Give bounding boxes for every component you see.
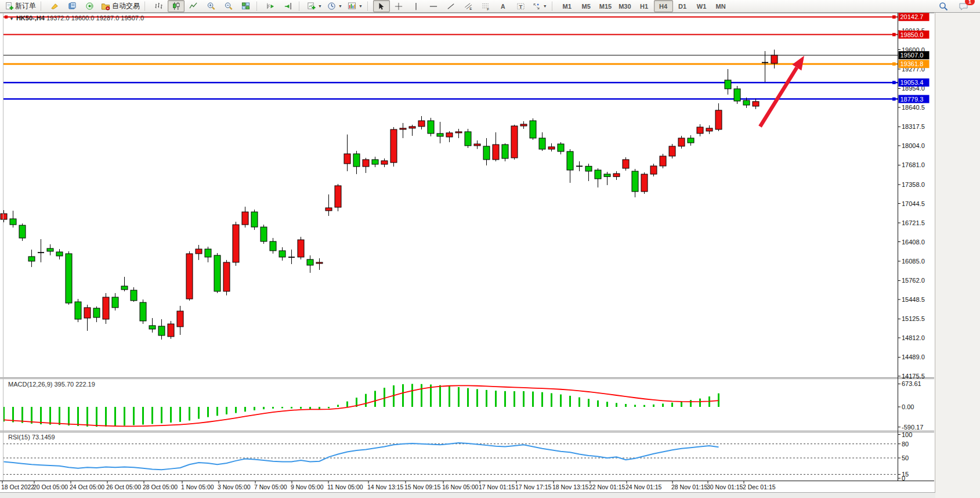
svg-text:0: 0 <box>902 475 905 482</box>
svg-text:15125.5: 15125.5 <box>902 315 925 322</box>
mt4-window: 新订单 自动交易 ▼ ▼ ▼ E F A T ▼ M <box>0 0 980 498</box>
svg-text:0.00: 0.00 <box>902 403 914 410</box>
svg-text:-590.17: -590.17 <box>902 424 923 431</box>
svg-text:3 Nov 05:00: 3 Nov 05:00 <box>218 483 251 490</box>
svg-text:50: 50 <box>902 454 909 461</box>
svg-text:17 Nov 17:15: 17 Nov 17:15 <box>515 483 552 490</box>
svg-text:20 Oct 05:00: 20 Oct 05:00 <box>33 483 68 490</box>
svg-text:14812.0: 14812.0 <box>902 334 925 341</box>
svg-text:15 Nov 09:15: 15 Nov 09:15 <box>404 483 441 490</box>
svg-text:7 Nov 05:00: 7 Nov 05:00 <box>254 483 287 490</box>
svg-text:18004.0: 18004.0 <box>902 142 925 149</box>
svg-text:24 Oct 05:00: 24 Oct 05:00 <box>70 483 104 490</box>
svg-text:16721.5: 16721.5 <box>902 219 925 226</box>
line-handle[interactable] <box>892 98 896 101</box>
price-badge-19361.8: 19361.8 <box>899 60 930 68</box>
line-handle[interactable] <box>892 62 896 66</box>
svg-text:1 Nov 05:00: 1 Nov 05:00 <box>181 483 214 490</box>
line-handle[interactable] <box>892 15 896 19</box>
svg-text:18 Nov 13:15: 18 Nov 13:15 <box>552 483 589 490</box>
svg-text:19850.0: 19850.0 <box>901 31 924 38</box>
svg-text:11 Nov 05:00: 11 Nov 05:00 <box>327 483 363 490</box>
svg-text:19507.0: 19507.0 <box>901 52 924 59</box>
svg-text:9 Nov 05:00: 9 Nov 05:00 <box>291 483 324 490</box>
chart-background <box>0 13 980 498</box>
svg-text:16408.0: 16408.0 <box>902 239 925 246</box>
line-handle[interactable] <box>5 16 8 19</box>
svg-text:18 Oct 2022: 18 Oct 2022 <box>1 483 34 490</box>
svg-text:20142.7: 20142.7 <box>901 13 924 20</box>
svg-text:18317.5: 18317.5 <box>902 123 925 130</box>
price-badge-19850.0: 19850.0 <box>899 31 930 39</box>
svg-text:19053.4: 19053.4 <box>901 79 924 86</box>
svg-text:673.61: 673.61 <box>902 380 921 387</box>
svg-text:22 Nov 01:15: 22 Nov 01:15 <box>589 483 625 490</box>
svg-text:17044.5: 17044.5 <box>902 200 925 207</box>
svg-text:80: 80 <box>902 441 909 448</box>
price-badge-18779.3: 18779.3 <box>899 95 930 103</box>
svg-text:17 Nov 01:15: 17 Nov 01:15 <box>479 483 515 490</box>
price-badge-19053.4: 19053.4 <box>899 78 930 86</box>
svg-text:16 Nov 05:00: 16 Nov 05:00 <box>442 483 479 490</box>
svg-text:24 Nov 01:15: 24 Nov 01:15 <box>625 483 662 490</box>
price-badge-19507.0: 19507.0 <box>899 51 930 59</box>
svg-text:28 Oct 05:00: 28 Oct 05:00 <box>143 483 178 490</box>
svg-text:17681.0: 17681.0 <box>902 161 925 168</box>
line-handle[interactable] <box>892 33 896 37</box>
svg-text:14 Nov 13:15: 14 Nov 13:15 <box>367 483 404 490</box>
price-badge-20142.7: 20142.7 <box>899 13 930 21</box>
svg-text:19361.8: 19361.8 <box>901 60 924 67</box>
svg-text:26 Oct 05:00: 26 Oct 05:00 <box>106 483 141 490</box>
svg-text:18640.5: 18640.5 <box>902 104 925 111</box>
svg-text:15762.0: 15762.0 <box>902 277 925 284</box>
svg-text:18779.3: 18779.3 <box>901 96 924 103</box>
line-handle[interactable] <box>892 81 896 84</box>
svg-text:28 Nov 01:15: 28 Nov 01:15 <box>671 483 708 490</box>
svg-text:100: 100 <box>902 431 912 438</box>
svg-text:15448.5: 15448.5 <box>902 296 925 303</box>
svg-text:14175.5: 14175.5 <box>902 373 925 380</box>
svg-text:17358.0: 17358.0 <box>902 181 925 188</box>
chart-canvas: 19913.519600.019277.018954.018640.518317… <box>0 0 980 498</box>
svg-text:30 Nov 01:15: 30 Nov 01:15 <box>707 483 743 490</box>
svg-text:14489.0: 14489.0 <box>902 353 925 360</box>
svg-text:2 Dec 01:15: 2 Dec 01:15 <box>743 483 776 490</box>
status-strip <box>0 492 935 498</box>
svg-text:16085.0: 16085.0 <box>902 258 925 265</box>
